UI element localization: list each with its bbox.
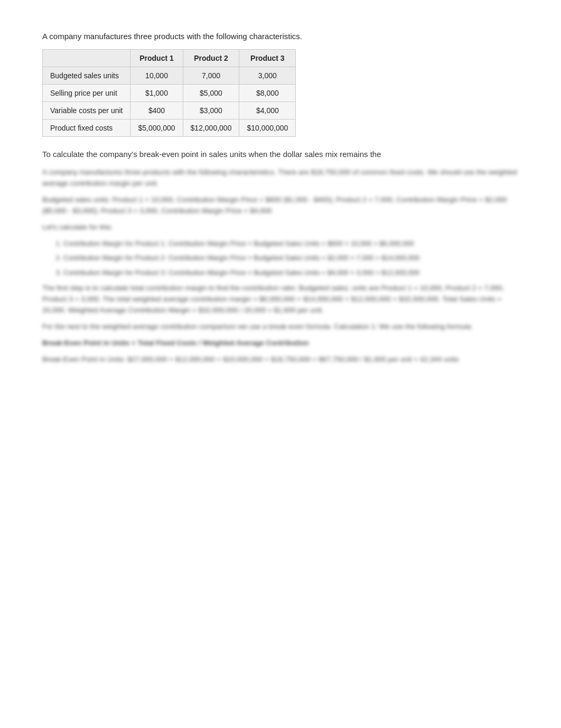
row-label-fixed: Product fixed costs: [43, 119, 130, 137]
product-table: Product 1 Product 2 Product 3 Budgeted s…: [42, 49, 296, 137]
cell-budgeted-p2: 7,000: [183, 67, 239, 85]
col-header-empty: [43, 50, 130, 67]
list-item: Contribution Margin for Product 3: Contr…: [63, 268, 519, 278]
cell-variable-p3: $4,000: [239, 102, 296, 119]
breakeven-text: To calculate the company's break-even po…: [42, 150, 519, 159]
list-item: Contribution Margin for Product 2: Contr…: [63, 253, 519, 263]
list-item: Contribution Margin for Product 1: Contr…: [63, 238, 519, 249]
blurred-content: A company manufactures three products wi…: [42, 167, 519, 365]
cell-fixed-p2: $12,000,000: [183, 119, 239, 137]
row-label-budgeted: Budgeted sales units: [43, 67, 130, 85]
table-row: Selling price per unit $1,000 $5,000 $8,…: [43, 85, 296, 102]
blurred-calc-header: Let's calculate for this:: [42, 222, 519, 233]
cell-selling-p1: $1,000: [130, 85, 183, 102]
blurred-list: Contribution Margin for Product 1: Contr…: [63, 238, 519, 278]
table-row: Variable costs per unit $400 $3,000 $4,0…: [43, 102, 296, 119]
row-label-selling: Selling price per unit: [43, 85, 130, 102]
cell-fixed-p1: $5,000,000: [130, 119, 183, 137]
intro-text: A company manufactures three products wi…: [42, 32, 519, 41]
blurred-calc2: Break-Even Point in Units: $27,000,000 +…: [42, 354, 519, 365]
cell-variable-p1: $400: [130, 102, 183, 119]
cell-selling-p3: $8,000: [239, 85, 296, 102]
cell-budgeted-p3: 3,000: [239, 67, 296, 85]
row-label-variable: Variable costs per unit: [43, 102, 130, 119]
cell-fixed-p3: $10,000,000: [239, 119, 296, 137]
col-header-product3: Product 3: [239, 50, 296, 67]
col-header-product1: Product 1: [130, 50, 183, 67]
blurred-para-2: Budgeted sales units: Product 1 = 10,000…: [42, 195, 519, 217]
table-row: Product fixed costs $5,000,000 $12,000,0…: [43, 119, 296, 137]
blurred-formula-label: Break-Even Point in Units = Total Fixed …: [42, 338, 519, 349]
blurred-para-4: For the next to the weighted average con…: [42, 321, 519, 333]
col-header-product2: Product 2: [183, 50, 239, 67]
cell-variable-p2: $3,000: [183, 102, 239, 119]
blurred-para-3: The first step is to calculate total con…: [42, 283, 519, 316]
blurred-para-1: A company manufactures three products wi…: [42, 167, 519, 189]
cell-budgeted-p1: 10,000: [130, 67, 183, 85]
cell-selling-p2: $5,000: [183, 85, 239, 102]
table-row: Budgeted sales units 10,000 7,000 3,000: [43, 67, 296, 85]
